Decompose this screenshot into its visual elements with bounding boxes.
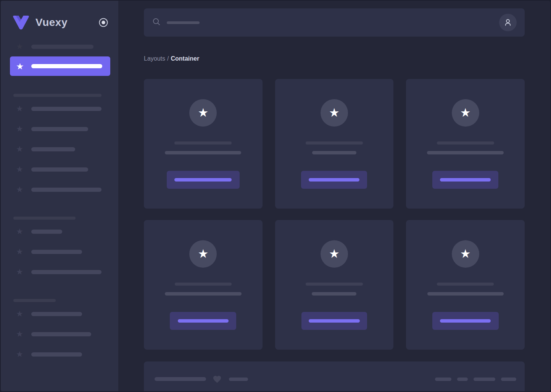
feature-card: ★ xyxy=(406,220,525,350)
search-icon xyxy=(152,18,161,27)
star-icon: ★ xyxy=(329,107,340,119)
menu-label-placeholder xyxy=(31,270,102,274)
star-icon: ★ xyxy=(16,309,25,318)
card-button[interactable] xyxy=(167,171,240,189)
menu-label-placeholder xyxy=(31,230,62,234)
sidebar-item[interactable]: ★ xyxy=(1,185,118,194)
card-subtitle-placeholder xyxy=(427,292,504,296)
star-icon: ★ xyxy=(329,248,340,260)
star-icon: ★ xyxy=(16,104,25,113)
app-window: Vuexy ★★★★★★★★★★★★★ xyxy=(0,0,551,392)
menu-label-placeholder xyxy=(31,332,91,336)
star-icon: ★ xyxy=(16,185,25,194)
sidebar-item[interactable]: ★ xyxy=(1,104,118,113)
star-icon: ★ xyxy=(16,329,25,339)
sidebar-item[interactable]: ★ xyxy=(1,227,118,236)
vuexy-v-logo-icon xyxy=(12,15,30,30)
footer-link-placeholder xyxy=(457,378,468,381)
main-content: Layouts/Container ★★★★★★ xyxy=(118,1,550,391)
star-icon: ★ xyxy=(16,227,25,236)
breadcrumb-parent[interactable]: Layouts xyxy=(144,55,165,62)
breadcrumb: Layouts/Container xyxy=(144,55,525,63)
sidebar-item[interactable]: ★ xyxy=(1,42,118,51)
user-avatar[interactable] xyxy=(499,14,517,31)
menu-label-placeholder xyxy=(31,188,102,192)
card-subtitle-placeholder xyxy=(165,292,242,296)
footer-row xyxy=(155,374,516,384)
star-icon: ★ xyxy=(16,267,25,276)
feature-card: ★ xyxy=(275,220,394,350)
card-subtitle-placeholder xyxy=(312,292,356,296)
sidebar-item[interactable]: ★ xyxy=(1,247,118,256)
menu-label-placeholder xyxy=(31,107,102,111)
sidebar-logo-row: Vuexy xyxy=(12,14,108,31)
radio-circle-icon[interactable] xyxy=(98,18,108,27)
menu-label-placeholder xyxy=(31,352,82,357)
sidebar-menu: ★★★★★★★★★★★★★ xyxy=(1,42,118,381)
breadcrumb-current: Container xyxy=(171,55,200,62)
card-avatar: ★ xyxy=(321,99,348,127)
sidebar-item[interactable]: ★ xyxy=(1,145,118,154)
search-bar[interactable] xyxy=(144,8,525,37)
footer-card xyxy=(144,361,525,392)
sidebar: Vuexy ★★★★★★★★★★★★★ xyxy=(1,1,118,391)
footer-link-placeholder xyxy=(501,378,516,381)
menu-label-placeholder xyxy=(31,64,102,68)
footer-bar-1 xyxy=(155,377,206,381)
button-label-placeholder xyxy=(440,319,491,323)
breadcrumb-separator: / xyxy=(167,55,169,62)
star-icon: ★ xyxy=(198,248,208,260)
star-icon: ★ xyxy=(198,107,208,119)
sidebar-item[interactable]: ★ xyxy=(1,329,118,339)
card-avatar: ★ xyxy=(189,240,217,268)
star-icon: ★ xyxy=(16,62,25,71)
user-icon xyxy=(503,18,512,27)
sidebar-item[interactable]: ★ xyxy=(1,350,118,359)
menu-label-placeholder xyxy=(31,167,88,172)
card-button[interactable] xyxy=(432,171,498,189)
sidebar-item[interactable]: ★ xyxy=(1,165,118,174)
sidebar-item-active[interactable]: ★ xyxy=(10,56,110,76)
menu-section-header-placeholder xyxy=(13,299,56,302)
footer-link-placeholder xyxy=(474,378,495,381)
card-button[interactable] xyxy=(301,171,367,189)
card-avatar: ★ xyxy=(321,240,348,268)
button-label-placeholder xyxy=(174,178,232,182)
button-label-placeholder xyxy=(178,319,229,323)
star-icon: ★ xyxy=(16,42,25,51)
card-subtitle-placeholder xyxy=(427,151,504,154)
star-icon: ★ xyxy=(16,165,25,174)
sidebar-item[interactable]: ★ xyxy=(1,267,118,276)
card-subtitle-placeholder xyxy=(165,151,241,154)
star-icon: ★ xyxy=(16,145,25,154)
button-label-placeholder xyxy=(309,319,360,323)
menu-label-placeholder xyxy=(31,250,82,254)
card-avatar: ★ xyxy=(452,240,479,268)
card-title-placeholder xyxy=(306,283,363,286)
feature-card: ★ xyxy=(144,79,263,209)
star-icon: ★ xyxy=(460,248,471,260)
button-label-placeholder xyxy=(440,178,491,182)
heart-icon xyxy=(212,374,222,384)
sidebar-item[interactable]: ★ xyxy=(1,124,118,133)
star-icon: ★ xyxy=(16,247,25,256)
card-title-placeholder xyxy=(174,141,232,145)
feature-card: ★ xyxy=(144,220,263,350)
card-title-placeholder xyxy=(306,141,363,145)
card-button[interactable] xyxy=(432,312,499,330)
card-button[interactable] xyxy=(170,312,236,330)
card-button[interactable] xyxy=(301,312,367,330)
star-icon: ★ xyxy=(16,350,25,359)
card-title-placeholder xyxy=(437,283,494,286)
menu-label-placeholder xyxy=(31,147,75,151)
sidebar-item[interactable]: ★ xyxy=(1,309,118,318)
footer-link-placeholder xyxy=(435,378,451,381)
card-avatar: ★ xyxy=(452,99,479,127)
menu-section-header-placeholder xyxy=(13,217,76,220)
footer-links xyxy=(435,378,516,381)
search-placeholder xyxy=(167,21,200,24)
star-icon: ★ xyxy=(16,124,25,133)
menu-section-header-placeholder xyxy=(13,94,102,97)
cards-grid: ★★★★★★ xyxy=(144,79,525,350)
feature-card: ★ xyxy=(406,79,525,209)
